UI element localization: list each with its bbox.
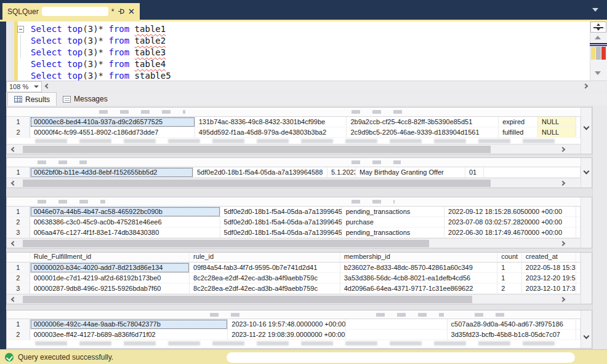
grid2-horizontal-scrollbar[interactable] — [7, 178, 581, 188]
chevron-down-icon[interactable] — [584, 124, 590, 130]
row-number[interactable]: 2 — [7, 330, 30, 340]
scroll-left-icon[interactable] — [11, 181, 16, 186]
scroll-up-icon[interactable] — [595, 36, 601, 39]
grid-cell[interactable]: 0000006e-492c-44ae-9aab-f5c78042377b — [30, 319, 228, 330]
chevron-down-icon[interactable] — [584, 168, 590, 175]
grid-cell[interactable]: 8c2c28ea-e2df-42ec-ad3b-a4f9aebb759c — [190, 283, 340, 294]
code-line[interactable]: Select top(3)* from table3 — [31, 47, 166, 58]
grid-cell[interactable]: 495dd592-f1aa-45d8-979a-de43803b3ba2 — [195, 127, 347, 138]
chevron-down-icon[interactable] — [584, 333, 590, 339]
code-line[interactable]: Select top(3)* from table2 — [31, 35, 166, 47]
scroll-left-icon[interactable] — [11, 241, 16, 246]
grid4-horizontal-scrollbar[interactable] — [7, 294, 581, 304]
editor-zoom-select[interactable]: 108 % — [6, 81, 42, 92]
code-line[interactable]: Select top(3)* from table4 — [31, 58, 166, 70]
scroll-left-icon[interactable] — [11, 297, 16, 302]
column-header[interactable]: Rule_Fulfillment_id — [30, 253, 190, 262]
grid-cell-null[interactable]: NULL — [538, 117, 576, 127]
scrollbar-thumb[interactable] — [23, 296, 472, 303]
close-icon[interactable] — [128, 8, 135, 15]
grid-cell[interactable]: 01 — [465, 167, 484, 178]
grid-cell[interactable]: 2c9d9bc5-2205-46ae-9339-d183904d1561 — [347, 127, 499, 138]
grid-cell[interactable]: 09f84a54-fab3-4f7d-9595-0b7e741d2d41 — [190, 263, 340, 273]
grid-cell[interactable]: 2023-11-22 19:08:39.0000000 +00:00 — [228, 330, 346, 340]
grid-cell[interactable]: May Birthday Granting Offer — [356, 167, 465, 178]
grid-cell[interactable]: 000001de-c7d1-4219-af2d-68192b173be0 — [30, 273, 190, 283]
row-number[interactable]: 1 — [7, 167, 30, 178]
grid4-vertical-scrollbar[interactable] — [581, 253, 592, 304]
tab-messages[interactable]: Messages — [57, 92, 114, 106]
grid-cell[interactable]: 2022-09-12 18:15:28.6050000 +00:00 — [444, 207, 576, 217]
code-line[interactable]: Select top(3)* from table1 — [31, 23, 166, 35]
results-pane-scrollbar[interactable] — [592, 106, 607, 349]
row-number[interactable]: 1 — [7, 207, 30, 217]
grid-cell[interactable]: 006aa476-c127-4f1f-83e1-74db38430380 — [30, 228, 220, 238]
grid1-header-row[interactable] — [7, 108, 581, 117]
scroll-right-icon[interactable] — [560, 297, 565, 302]
column-header[interactable]: count — [497, 253, 522, 262]
grid-cell[interactable]: 000003ee-ff42-4127-b689-a836f6d71f02 — [30, 330, 228, 340]
grid-cell[interactable]: 1 — [497, 273, 522, 283]
row-number[interactable]: 1 — [7, 117, 30, 127]
grid1-horizontal-scrollbar[interactable] — [7, 144, 581, 154]
scroll-left-icon[interactable] — [45, 83, 50, 88]
grid-cell[interactable]: 0062bf0b-b11e-4d3d-8ebf-f152655bb5d2 — [30, 167, 193, 178]
scroll-right-icon[interactable] — [560, 181, 565, 186]
grid-cell[interactable]: 2022-05-18 15:3 — [522, 263, 576, 273]
grid-cell[interactable] — [346, 330, 448, 340]
row-number[interactable]: 3 — [7, 228, 30, 238]
code-fold-collapse-icon[interactable] — [17, 26, 24, 33]
grid-cell[interactable]: 0046e07a-44b5-4b47-ac58-465922bc090b — [30, 207, 220, 217]
code-line[interactable]: Select top(3)* from stable5 — [31, 70, 171, 81]
tab-results[interactable]: Results — [7, 92, 57, 106]
grid-cell[interactable]: 2023-10-16 19:57:48.0000000 +00:00 — [228, 319, 346, 330]
scrollbar-thumb[interactable] — [23, 180, 491, 187]
grid-cell[interactable]: 5df0e2d0-18b1-f5a4-05da-a7a139964588 — [220, 217, 342, 228]
scroll-right-icon[interactable] — [560, 241, 565, 246]
grid-cell[interactable]: 00638386-c3c0-45c9-ac0b-475281e46ee6 — [30, 217, 220, 228]
grid-cell-null[interactable]: NULL — [538, 127, 576, 138]
grid-cell[interactable]: pending_transactions — [342, 207, 444, 217]
editor-horizontal-scrollbar[interactable] — [42, 81, 607, 92]
row-number[interactable]: 2 — [7, 217, 30, 228]
grid-cell[interactable] — [346, 319, 448, 330]
scrollmap-thumb[interactable] — [596, 47, 601, 60]
split-editor-handle-icon[interactable] — [590, 22, 606, 33]
grid-cell[interactable]: 131b74ac-8336-49c8-8432-3301b4cf99be — [195, 117, 347, 127]
grid-cell[interactable]: c507aa28-9d0a-4540-ad67-3f975186 — [448, 319, 576, 330]
grid-cell[interactable]: fulfilled — [499, 127, 538, 138]
scroll-right-icon[interactable] — [583, 83, 588, 88]
scrollbar-thumb[interactable] — [23, 146, 491, 153]
grid-cell[interactable]: 3d35fd23-bcfb-45b8-b1c8-05dc7c07 — [448, 330, 576, 340]
grid-cell[interactable]: 1 — [497, 263, 522, 273]
grid5-header-row[interactable] — [7, 311, 581, 319]
grid-cell[interactable]: 3a53d386-56dc-4cb8-8021-ea1defb4cd56 — [340, 273, 497, 283]
grid-cell[interactable]: 5.1.2023 — [328, 167, 356, 178]
grid-cell[interactable]: 2022-06-30 18:17:49.4670000 +00:00 — [444, 228, 576, 238]
grid-cell[interactable]: 2023-12-20 19:5 — [522, 273, 576, 283]
row-number[interactable]: 1 — [7, 263, 30, 273]
grid-cell[interactable]: 5df0e2d0-18b1-f5a4-05da-a7a139964588 — [220, 228, 342, 238]
grid-cell[interactable]: 00000020-b34c-4020-add7-8d213d86e134 — [30, 263, 190, 273]
grid5-vertical-scrollbar[interactable] — [581, 311, 592, 348]
grid-cell[interactable]: expired — [499, 117, 538, 127]
scrollbar-thumb[interactable] — [23, 240, 429, 247]
row-number[interactable]: 1 — [7, 319, 30, 330]
grid3-header-row[interactable] — [7, 197, 581, 207]
scroll-left-icon[interactable] — [11, 147, 16, 152]
grid-cell[interactable]: 8c2c28ea-e2df-42ec-ad3b-a4f9aebb759c — [190, 273, 340, 283]
row-number[interactable]: 2 — [7, 273, 30, 283]
grid-cell[interactable]: 2023-12-10 17:3 — [522, 283, 576, 294]
grid-cell[interactable]: 2b9a2ccb-cf25-4cc8-82ff-3b5390e85d51 — [347, 117, 499, 127]
grid3-vertical-scrollbar[interactable] — [581, 197, 592, 248]
grid2-header-row[interactable] — [7, 158, 581, 167]
grid-cell[interactable]: b236027e-8d33-48dc-8570-42861a60c349 — [340, 263, 497, 273]
column-header[interactable]: membership_id — [340, 253, 497, 262]
row-number[interactable]: 3 — [7, 283, 30, 294]
window-dropdown-icon[interactable] — [592, 8, 598, 12]
grid3-horizontal-scrollbar[interactable] — [7, 238, 581, 248]
grid-cell[interactable]: 5df0e2d0-18b1-f5a4-05da-a7a139964588 — [220, 207, 342, 217]
grid-cell[interactable]: purchase — [342, 217, 444, 228]
grid-cell[interactable]: 2023-07-08 03:02:57.2820000 +00:00 — [444, 217, 576, 228]
row-number[interactable]: 2 — [7, 127, 30, 138]
